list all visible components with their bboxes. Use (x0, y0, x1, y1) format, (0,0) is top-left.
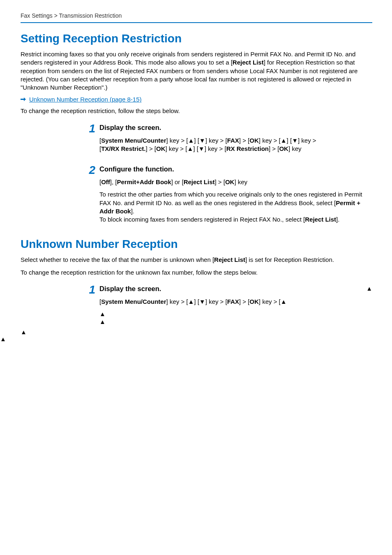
t: ] key > [ (165, 145, 187, 152)
t: ] [ (193, 145, 198, 152)
t: ], [ (110, 178, 117, 185)
t: ] > [ (215, 178, 225, 185)
t: ] key > [ (259, 298, 281, 305)
t: FAX (227, 298, 239, 305)
step-title: Display the screen. (99, 124, 372, 132)
intro-paragraph: Select whether to receive the fax of tha… (21, 256, 372, 264)
t: ▲ (281, 137, 287, 144)
t: Permit+Addr Book (117, 178, 171, 185)
t: ] or [ (171, 178, 184, 185)
arrow-right-icon (21, 97, 26, 102)
t: ▲ (0, 335, 6, 342)
t: Reject List (305, 216, 336, 223)
t: ▲ (281, 298, 287, 305)
step-number: 1 (89, 123, 95, 134)
t: ] is set for Reception Restriction. (245, 256, 334, 263)
t: ] key > [ (205, 145, 226, 152)
t: ] > [ (239, 137, 249, 144)
header-divider (21, 22, 372, 23)
step-body: [System Menu/Counter] key > [▲] [▼] key … (99, 298, 366, 319)
t: ] > [ (146, 145, 156, 152)
t: System Menu/Counter (101, 137, 166, 144)
t: ]. (131, 208, 134, 215)
t: ] key (234, 178, 247, 185)
t: ] key > [ (205, 298, 227, 305)
t: ] > [ (239, 298, 249, 305)
t: To block incoming faxes from senders reg… (99, 216, 305, 223)
step-1: 1 Display the screen. [System Menu/Count… (21, 285, 372, 326)
t: Off (101, 178, 110, 185)
t: ▼ (292, 137, 298, 144)
t: ▼ (199, 137, 205, 144)
t: ] key (288, 145, 302, 152)
t: ▲ (187, 145, 193, 152)
t: TX/RX Restrict. (101, 145, 145, 152)
intro-paragraph: Restrict incoming faxes so that you only… (21, 50, 372, 92)
step-number: 2 (89, 164, 95, 176)
link-text: Unknown Number Reception (page 8-15) (29, 96, 141, 103)
t: OK (249, 137, 259, 144)
cross-reference-link[interactable]: Unknown Number Reception (page 8-15) (21, 96, 372, 103)
t: ▲ (99, 318, 106, 325)
t: Reject List (184, 178, 215, 185)
t: ▼ (199, 298, 205, 305)
section-heading: Setting Reception Restriction (21, 32, 372, 45)
t: ▲ (99, 310, 106, 317)
t: ]. (336, 216, 339, 223)
step-2: 2 Configure the function. [Off], [Permit… (21, 165, 372, 228)
t: ] key > [ (166, 137, 188, 144)
t: ] key > [ (259, 137, 281, 144)
t: ] key > [ (166, 298, 188, 305)
t: RX Restriction (226, 145, 269, 152)
step-body: [Off], [Permit+Addr Book] or [Reject Lis… (99, 178, 372, 224)
t: Reject List (214, 256, 245, 263)
t: To restrict the other parties from which… (99, 191, 362, 206)
instruction-text: To change the reception restriction, fol… (21, 107, 372, 115)
t: ] key > (298, 137, 316, 144)
t: ] [ (194, 298, 199, 305)
t: OK (225, 178, 235, 185)
t: OK (279, 145, 288, 152)
t: ▼ (198, 145, 205, 152)
t: ] [ (287, 137, 292, 144)
step-body: [System Menu/Counter] key > [▲] [▼] key … (99, 136, 372, 153)
svg-marker-1 (24, 97, 26, 101)
step-number: 1 (89, 284, 95, 296)
section-heading: Unknown Number Reception (21, 238, 372, 251)
step-title: Configure the function. (99, 165, 372, 173)
t: OK (249, 298, 259, 305)
t: System Menu/Counter (101, 298, 166, 305)
step-title: Display the screen. (99, 285, 366, 293)
t: ▲ (366, 285, 372, 326)
t: ] > [ (269, 145, 279, 152)
t: ] [ (194, 137, 199, 144)
t: ▲ (188, 137, 194, 144)
t: ▲ (21, 328, 27, 335)
t: ] key > [ (205, 137, 227, 144)
t: FAX (227, 137, 239, 144)
text-bold: Reject List (233, 59, 264, 66)
breadcrumb: Fax Settings > Transmission Restriction (21, 12, 372, 19)
t: ▲ (188, 298, 194, 305)
t: OK (156, 145, 166, 152)
step-1: 1 Display the screen. [System Menu/Count… (21, 124, 372, 157)
t: Select whether to receive the fax of tha… (21, 256, 214, 263)
instruction-text: To change the reception restriction for … (21, 268, 372, 277)
